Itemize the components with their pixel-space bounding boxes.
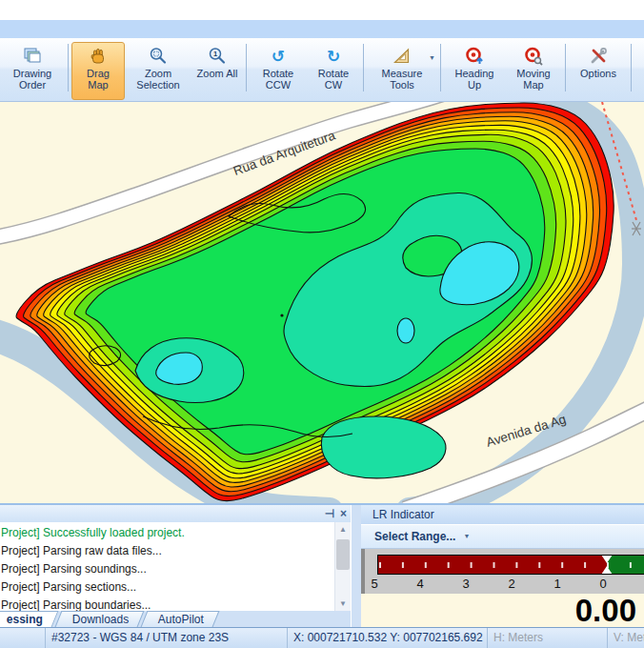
select-range-button[interactable]: Select Range...▼ [361,524,644,549]
heading-up-label: Heading Up [449,68,500,91]
tab-processing[interactable]: essing [0,611,58,627]
status-section-blank [0,628,46,648]
toolbar: Drawing Order Drag Map Zoom Selection 1 … [0,38,644,102]
rotate-cw-icon: ↻ [327,45,340,68]
sounding-dot [280,314,283,316]
status-bar: #32723 - WGS 84 / UTM zone 23S X: 000721… [0,627,644,648]
toolbar-separator [68,44,69,91]
drawing-order-label: Drawing Order [5,68,60,91]
rotate-ccw-icon: ↺ [272,45,285,68]
log-body: Project] Successfully loaded project. Pr… [0,522,351,611]
log-tab-bar: essing Downloads AutoPilot [0,611,351,627]
toolbar-separator [246,44,247,91]
pin-icon[interactable]: ⊣ [325,508,334,519]
heading-up-icon [464,45,485,68]
log-line: Project] Successfully loaded project. [1,524,334,542]
zoom-all-label: Zoom All [197,68,238,79]
rotate-ccw-button[interactable]: ↺ Rotate CCW [250,42,307,100]
rotate-ccw-label: Rotate CCW [254,68,302,91]
svg-text:1: 1 [213,50,217,58]
measure-tools-button[interactable]: Measure Tools ▼ [367,42,437,100]
map-canvas[interactable]: Rua da Arquitetura Avenida da Ag [0,102,644,503]
drawing-order-button[interactable]: Drawing Order [0,42,65,100]
scroll-down-arrow-icon[interactable]: ▼ [335,597,351,611]
application-window: { "toolbar": { "items": [ {"label": "Dra… [0,0,644,648]
map-viewport[interactable]: Rua da Arquitetura Avenida da Ag [0,102,644,503]
options-label: Options [580,68,616,79]
log-line: Project] Parsing raw data files... [1,542,334,560]
zoom-selection-label: Zoom Selection [130,68,187,91]
drag-map-label: Drag Map [76,68,120,91]
tab-autopilot[interactable]: AutoPilot [141,611,220,627]
scroll-up-arrow-icon[interactable]: ▲ [335,522,351,537]
log-scrollbar[interactable]: ▲ ▼ [334,522,351,611]
moving-map-label: Moving Map [510,68,557,91]
toolbar-separator [363,44,364,91]
moving-map-button[interactable]: Moving Map [505,42,562,100]
panel-divider[interactable] [351,505,361,627]
record-sounding-label: Record Sounding [639,68,644,91]
lr-gauge: 5 4 3 2 1 0 [361,549,644,594]
status-section-vertical-units: V: Met [608,628,644,648]
rotate-cw-label: Rotate CW [312,68,355,91]
scale-tick-label: 5 [371,577,377,591]
log-message-list: Project] Successfully loaded project. Pr… [0,522,334,611]
record-sounding-button[interactable]: Record Sounding [634,42,644,100]
options-icon [588,45,609,68]
measure-tools-dropdown-caret[interactable]: ▼ [429,54,435,61]
measure-tools-label: Measure Tools [372,68,433,91]
toolbar-separator [565,44,566,91]
measure-tools-icon [392,45,413,68]
drag-map-button[interactable]: Drag Map [71,42,125,100]
scale-tick-label: 3 [462,577,469,591]
lr-scale: 5 4 3 2 1 0 [361,577,644,592]
scrollbar-thumb[interactable] [336,539,350,570]
toolbar-separator [440,44,441,91]
log-panel-header: ⊣ × [0,505,351,522]
bottom-dock: ⊣ × Project] Successfully loaded project… [0,503,644,627]
scale-tick-label: 4 [416,577,423,591]
heading-up-button[interactable]: Heading Up [444,42,505,100]
lr-indicator-panel: LR Indicator Select Range...▼ 5 4 3 2 1 … [361,505,644,627]
status-section-horizontal-units: H: Meters [488,628,608,648]
drawing-order-icon [22,45,43,68]
zoom-all-icon: 1 [207,45,228,68]
contour-cyan-small [397,318,414,343]
zoom-selection-icon [148,45,169,68]
close-icon[interactable]: × [340,508,347,519]
scrollbar-track[interactable] [335,537,351,597]
log-line: Project] Parsing soundings... [1,560,334,578]
toolbar-separator [631,44,632,91]
scale-tick-label: 2 [508,577,514,591]
status-section-coordinates: X: 000721710.532 Y: 007702165.692 [288,628,488,648]
zoom-all-button[interactable]: 1 Zoom All [191,42,243,100]
log-line: Project] Parsing sections... [1,578,334,597]
chevron-down-icon: ▼ [463,533,470,539]
tab-downloads[interactable]: Downloads [55,611,145,627]
scale-tick-label: 0 [599,577,606,591]
window-top-strip [0,0,644,20]
scale-tick-label: 1 [553,577,560,591]
contour-teal-south [321,416,446,478]
moving-map-icon [523,45,544,68]
ribbon-band [0,20,644,38]
lr-gauge-bar [377,555,644,575]
lr-value-readout: 0.00 [361,594,644,627]
log-line: Project] Parsing boundaries... [1,597,334,611]
drag-map-icon [88,45,109,68]
lr-indicator-title: LR Indicator [361,505,644,524]
rotate-cw-button[interactable]: ↻ Rotate CW [307,42,360,100]
zoom-selection-button[interactable]: Zoom Selection [125,42,191,100]
processing-log-panel: ⊣ × Project] Successfully loaded project… [0,505,351,627]
status-section-crs: #32723 - WGS 84 / UTM zone 23S [46,628,288,648]
options-button[interactable]: Options [569,42,628,100]
